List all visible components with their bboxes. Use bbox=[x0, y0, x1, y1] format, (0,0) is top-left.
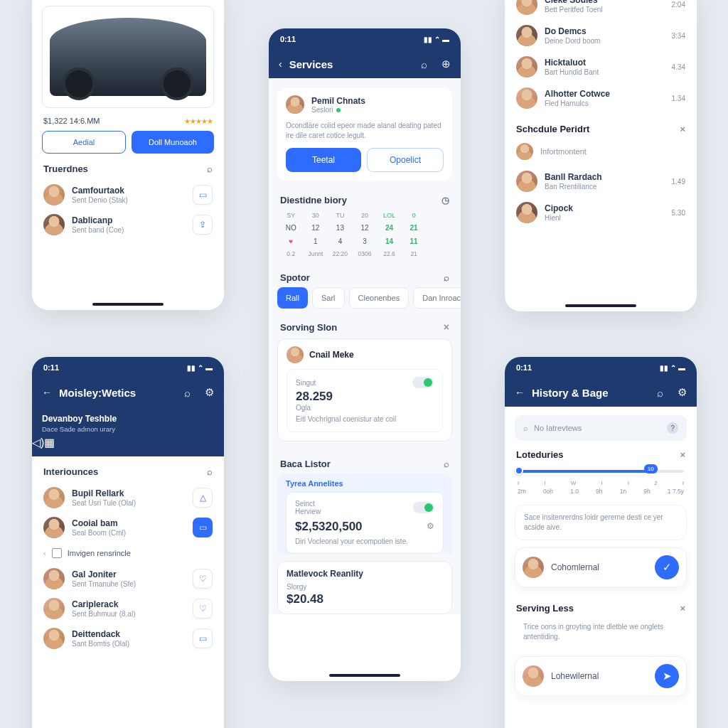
home-indicator bbox=[329, 674, 400, 677]
back-icon[interactable]: ← bbox=[42, 387, 52, 398]
item-name: Deittendack bbox=[72, 629, 186, 639]
chip[interactable]: Dan Inroacic bbox=[413, 287, 461, 309]
heart-icon[interactable]: ♡ bbox=[193, 599, 213, 619]
cal-cell[interactable]: 1 bbox=[304, 235, 328, 248]
search-icon[interactable]: ⌕ bbox=[184, 387, 191, 399]
section-title: Sorving Slon bbox=[280, 322, 337, 333]
close-icon[interactable]: × bbox=[680, 449, 685, 460]
outline-button[interactable]: Opoelict bbox=[367, 148, 444, 172]
briefcase-icon[interactable]: ▭ bbox=[193, 185, 213, 205]
check-icon[interactable]: ✓ bbox=[655, 555, 679, 579]
list-item[interactable]: Banll RardachBan Rrentiliance1.49 bbox=[505, 166, 697, 197]
label: Singut bbox=[296, 379, 316, 387]
cal-cell[interactable]: 3 bbox=[353, 235, 378, 248]
person-card[interactable]: Cohomlernal✓ bbox=[515, 547, 687, 587]
cal-cell[interactable]: 24 bbox=[377, 221, 402, 235]
list-item[interactable]: Gal JoniterSent Trnanuhe (Sfe)♡ bbox=[32, 564, 224, 594]
search-icon[interactable]: ⌕ bbox=[444, 459, 449, 469]
close-icon[interactable]: × bbox=[680, 603, 685, 614]
search-icon[interactable]: ⌕ bbox=[657, 387, 663, 399]
search-icon[interactable]: ⌕ bbox=[207, 466, 213, 477]
list-item[interactable]: DablicanpSent band (Coe) ⇪ bbox=[32, 210, 224, 240]
list-item[interactable]: CipockHienl5.30 bbox=[505, 197, 697, 228]
avatar bbox=[43, 568, 65, 589]
primary-button[interactable]: Teetal bbox=[286, 148, 361, 172]
back-icon[interactable]: ‹ bbox=[279, 58, 282, 70]
list-item[interactable]: HicktaluotBart Hundid Bant4.34 bbox=[505, 51, 697, 82]
cal-cell[interactable]: 21 bbox=[402, 221, 427, 235]
profile-desc: Ocondläre colid epeor made alanal deatin… bbox=[277, 117, 452, 148]
cal-cell[interactable]: 12 bbox=[353, 221, 378, 235]
list-item[interactable]: Cooial bamSeal Boom (Cml)▭ bbox=[32, 513, 224, 542]
avatar bbox=[43, 628, 65, 649]
list-item[interactable]: DeittendackSant Bomtis (Olal)▭ bbox=[32, 623, 224, 653]
chip[interactable]: Sarl bbox=[312, 287, 345, 309]
briefcase-icon[interactable]: ▭ bbox=[193, 628, 213, 648]
help-icon[interactable]: ? bbox=[667, 422, 678, 434]
chip[interactable]: Cleonenbes bbox=[349, 287, 410, 309]
toggle[interactable] bbox=[412, 377, 434, 388]
tyrea-card: Tyrea Annelites SeinctHerview $2,5320,50… bbox=[277, 473, 452, 555]
send-icon[interactable]: ➤ bbox=[655, 664, 679, 688]
screen-history: 0:11▮▮ ⌃ ▬ ← History & Bage ⌕ ⚙ ⌕No Iatr… bbox=[505, 357, 697, 728]
toggle[interactable] bbox=[413, 502, 434, 513]
search-icon[interactable]: ⌕ bbox=[207, 164, 213, 174]
back-icon[interactable]: ← bbox=[515, 387, 525, 398]
close-icon[interactable]: × bbox=[680, 124, 685, 134]
item-name: Banll Rardach bbox=[545, 172, 665, 182]
chip[interactable]: Rall bbox=[277, 287, 308, 309]
globe-icon[interactable]: ⊕ bbox=[441, 58, 451, 70]
search-icon[interactable]: ⌕ bbox=[421, 58, 427, 70]
list-item[interactable]: Cleke SodlesBett Peritfed Toenl2:04 bbox=[505, 0, 697, 20]
list-item[interactable]: CariplerackSent Buhmuur (8.al)♡ bbox=[32, 594, 224, 623]
price: $2,5320,500 bbox=[295, 520, 427, 534]
item-time: 1.34 bbox=[672, 95, 685, 102]
avatar bbox=[516, 171, 537, 192]
cal-cell[interactable]: ♥ bbox=[279, 235, 304, 248]
list-item[interactable]: Alhotter CotwceFled Harnulcs1.34 bbox=[505, 82, 697, 114]
cal-cell[interactable]: 14 bbox=[377, 235, 402, 248]
bell-icon[interactable]: △ bbox=[193, 488, 213, 508]
sound-icon[interactable]: ◁) bbox=[32, 437, 44, 449]
search-field[interactable]: ⌕No Iatrevtews? bbox=[515, 415, 687, 441]
folder-icon[interactable]: ▭ bbox=[193, 518, 213, 537]
share-icon[interactable]: ⇪ bbox=[193, 215, 213, 235]
person-card[interactable]: Lohewilernal➤ bbox=[515, 656, 687, 696]
slider-knob[interactable] bbox=[515, 466, 523, 475]
clock-icon[interactable]: ◷ bbox=[441, 195, 449, 205]
list-item[interactable]: Bupil RellarkSeat Usri Tule (Olal)△ bbox=[32, 483, 224, 513]
profile-name: Pemil Chnats bbox=[311, 96, 365, 106]
link-row[interactable]: ‹Imvigen rensrincle bbox=[32, 542, 224, 564]
list-item[interactable]: Do DemcsDeine Dord boom3:34 bbox=[505, 20, 697, 51]
screen-moisley: 0:11▮▮ ⌃ ▬ ← Moisley:Wetics ⌕ ⚙ Devanboy… bbox=[32, 357, 224, 728]
box-icon bbox=[52, 548, 62, 558]
gear-icon[interactable]: ⚙ bbox=[678, 386, 687, 399]
item-sub: Seat Usri Tule (Olal) bbox=[72, 499, 186, 507]
cal-cell[interactable]: 4 bbox=[328, 235, 353, 248]
item-sub: Sant Bomtis (Olal) bbox=[72, 640, 186, 648]
cal-cell[interactable]: 12 bbox=[304, 221, 328, 235]
outline-button[interactable]: Aedial bbox=[42, 131, 126, 154]
car-card[interactable] bbox=[42, 6, 214, 108]
desc: Diri Vocleonal your ecompotien iste. bbox=[295, 537, 434, 547]
slider-labels: 2m0oh1.09h1n9h1 7.5y bbox=[505, 488, 697, 502]
avatar bbox=[516, 0, 537, 15]
section-title: Schcdule Peridrt bbox=[516, 124, 589, 134]
cal-cell[interactable]: 13 bbox=[328, 221, 353, 235]
close-icon[interactable]: × bbox=[444, 321, 449, 333]
item-name: Cleke Sodles bbox=[545, 0, 665, 5]
primary-button[interactable]: Doll Munoaoh bbox=[132, 131, 214, 154]
calendar[interactable]: SY30TU20LOL0 NO1213122421 ♥1431411 0.2Ju… bbox=[269, 210, 461, 265]
gear-icon[interactable]: ⚙ bbox=[427, 521, 434, 531]
gear-icon[interactable]: ⚙ bbox=[205, 386, 214, 399]
list-item[interactable]: CamfourtaokSent Denio (Stak) ▭ bbox=[32, 180, 224, 210]
nav-header: 0:11▮▮ ⌃ ▬ ← Moisley:Wetics ⌕ ⚙ Devanboy… bbox=[32, 357, 224, 456]
slider[interactable]: 10 bbox=[505, 466, 697, 476]
section-title: Spotor bbox=[280, 272, 310, 283]
price: $20.48 bbox=[287, 592, 443, 606]
grid-icon[interactable]: ▦ bbox=[44, 437, 55, 449]
cal-cell[interactable]: 11 bbox=[402, 235, 427, 248]
search-icon[interactable]: ⌕ bbox=[444, 272, 449, 283]
heart-icon[interactable]: ♡ bbox=[193, 569, 213, 589]
cal-cell[interactable]: NO bbox=[279, 221, 304, 235]
